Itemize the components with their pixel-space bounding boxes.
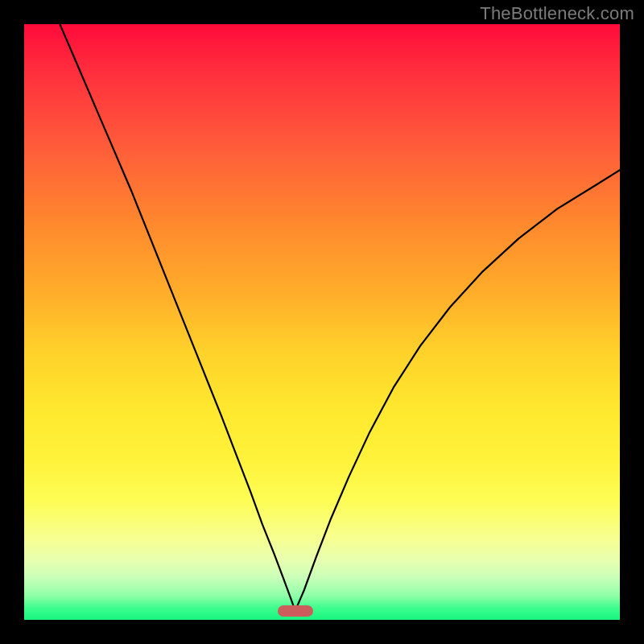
plot-area <box>24 24 620 620</box>
watermark-text: TheBottleneck.com <box>480 3 634 24</box>
optimal-marker <box>278 605 313 617</box>
chart-frame: TheBottleneck.com <box>0 0 644 644</box>
right-curve <box>295 170 620 611</box>
left-curve <box>60 24 295 611</box>
curve-layer <box>24 24 620 620</box>
